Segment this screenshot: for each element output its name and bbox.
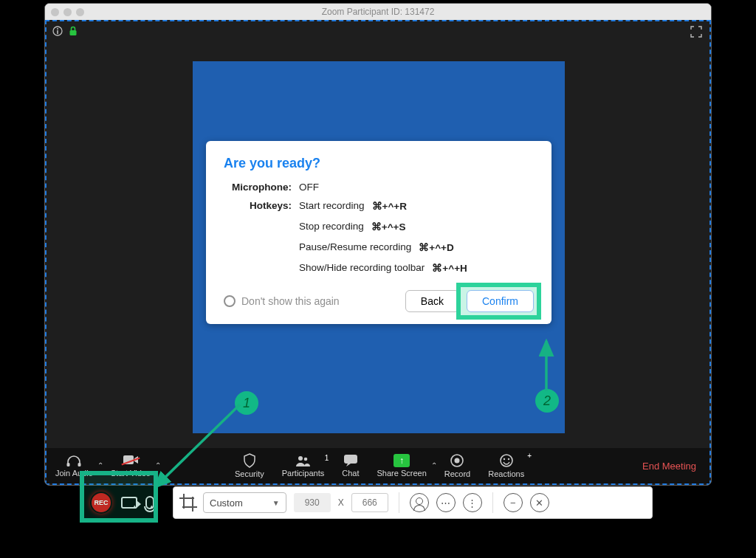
share-screen-button[interactable]: Share Screen ⌃	[368, 454, 435, 478]
confirm-button[interactable]: Confirm	[467, 290, 534, 312]
callout-1: 1	[235, 391, 258, 415]
reactions-button[interactable]: + Reactions	[479, 453, 533, 478]
security-label: Security	[235, 469, 264, 478]
recorder-settings-bar: Custom ▼ 930 X 666 ⋯ ⋮ − ✕	[173, 486, 653, 519]
dimension-separator: X	[338, 497, 344, 508]
titlebar: Zoom Participant ID: 131472	[45, 4, 711, 20]
svg-point-13	[503, 458, 504, 460]
record-label: Record	[444, 469, 470, 478]
svg-rect-9	[344, 455, 357, 464]
preset-dropdown[interactable]: Custom ▼	[203, 492, 286, 513]
smile-icon	[499, 453, 514, 468]
window-title: Zoom Participant ID: 131472	[45, 7, 711, 17]
callout-2: 2	[535, 389, 559, 413]
dont-show-label[interactable]: Don't show this again	[241, 295, 405, 307]
chat-button[interactable]: Chat	[333, 454, 368, 478]
fullscreen-icon[interactable]	[690, 26, 702, 41]
plus-icon: +	[527, 452, 532, 460]
encryption-lock-icon[interactable]	[69, 26, 78, 36]
microphone-label: Microphone:	[224, 182, 292, 193]
svg-rect-3	[70, 30, 77, 35]
share-screen-label: Share Screen	[377, 469, 426, 478]
chat-icon	[343, 454, 358, 467]
hotkey-keys: ⌘+^+H	[432, 262, 467, 274]
hotkey-keys: ⌘+^+S	[371, 221, 406, 232]
hotkeys-label: Hotkeys:	[224, 200, 292, 283]
chevron-up-icon[interactable]: ⌃	[155, 461, 161, 469]
zoom-client: Are you ready? Microphone: OFF Hotkeys: …	[45, 20, 711, 485]
hotkey-desc: Pause/Resume recording	[299, 241, 411, 253]
hotkey-desc: Start recording	[299, 200, 365, 212]
record-button[interactable]: Record	[436, 453, 479, 478]
close-button[interactable]: ✕	[530, 493, 549, 512]
annotations-button[interactable]: ⋯	[436, 493, 456, 512]
microphone-value: OFF	[299, 182, 534, 193]
security-button[interactable]: Security	[226, 453, 273, 478]
hotkey-keys: ⌘+^+R	[372, 200, 407, 212]
hotkey-desc: Show/Hide recording toolbar	[299, 262, 425, 274]
more-options-button[interactable]: ⋮	[463, 493, 482, 512]
svg-rect-5	[78, 463, 81, 466]
participants-count: 1	[325, 454, 329, 462]
app-window: Zoom Participant ID: 131472 Are you read…	[44, 3, 712, 486]
chat-label: Chat	[342, 469, 359, 478]
crop-icon[interactable]	[181, 495, 196, 510]
participants-label: Participants	[282, 469, 324, 478]
ready-dialog: Are you ready? Microphone: OFF Hotkeys: …	[206, 141, 551, 324]
participants-button[interactable]: 1 Participants	[273, 454, 333, 478]
shield-icon	[242, 453, 257, 468]
record-icon	[450, 453, 464, 468]
video-off-icon	[123, 454, 139, 467]
svg-rect-6	[123, 455, 134, 464]
width-input[interactable]: 930	[294, 493, 331, 512]
rec-highlight	[80, 471, 158, 523]
svg-point-8	[304, 458, 308, 461]
video-area: Are you ready? Microphone: OFF Hotkeys: …	[193, 61, 565, 433]
svg-rect-4	[67, 463, 70, 466]
dialog-title: Are you ready?	[224, 156, 534, 171]
headphones-icon	[66, 454, 82, 467]
back-button[interactable]: Back	[405, 290, 459, 312]
height-input[interactable]: 666	[351, 493, 388, 512]
hotkey-keys: ⌘+^+D	[419, 241, 453, 253]
chevron-down-icon: ▼	[272, 499, 280, 507]
reactions-label: Reactions	[488, 469, 524, 478]
info-icon[interactable]	[52, 26, 63, 36]
preset-value: Custom	[210, 497, 243, 509]
svg-point-14	[507, 458, 509, 460]
people-icon	[295, 454, 311, 467]
svg-point-1	[57, 28, 58, 30]
share-icon	[394, 454, 410, 467]
minimize-button[interactable]: −	[504, 493, 523, 512]
svg-rect-2	[57, 30, 58, 34]
hotkey-desc: Stop recording	[299, 221, 364, 232]
webcam-overlay-button[interactable]	[410, 493, 429, 512]
recorder-toolbar: REC ▴ ▴ Custom ▼ 930 X 666 ⋯ ⋮ − ✕	[83, 486, 653, 520]
svg-point-7	[298, 456, 303, 461]
svg-point-11	[455, 458, 460, 464]
end-meeting-button[interactable]: End Meeting	[642, 461, 709, 472]
dont-show-checkbox[interactable]	[224, 295, 236, 307]
